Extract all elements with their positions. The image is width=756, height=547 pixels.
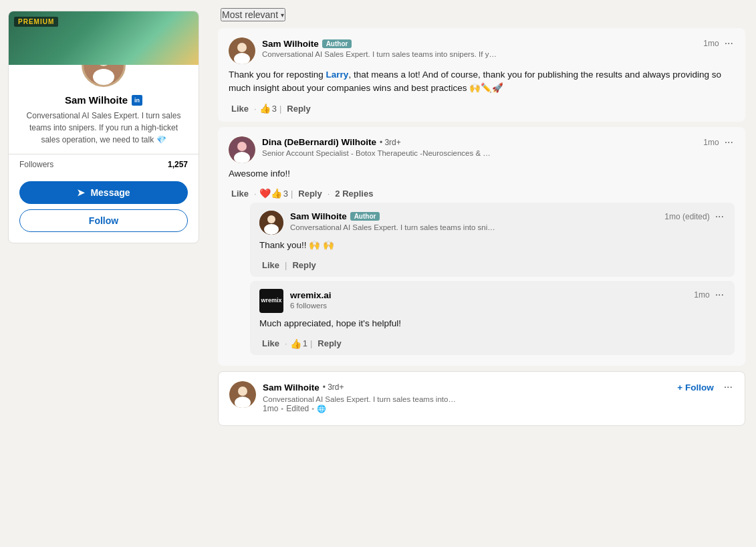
comment-time: 1mo ··· bbox=[694, 289, 725, 301]
separator: · bbox=[254, 189, 257, 199]
comment-actions: Like · 👍 1 | Reply bbox=[259, 337, 725, 350]
comment-subtitle: Conversational AI Sales Expert. I turn s… bbox=[263, 395, 456, 403]
reply-button[interactable]: Reply bbox=[295, 187, 324, 200]
comment-body: Thank you!! 🙌 🙌 bbox=[259, 239, 725, 252]
sort-label-text: Most relevant bbox=[222, 9, 278, 20]
reaction-count: 1 bbox=[303, 338, 307, 348]
profile-name-row: Sam Wilhoite in bbox=[9, 94, 199, 106]
svg-point-11 bbox=[264, 224, 279, 235]
bottom-comment-time-row: 1mo • Edited • 🌐 bbox=[263, 404, 734, 413]
time-text: 1mo (edited) bbox=[664, 212, 709, 221]
comment-header: Sam Wilhoite Author 1mo ··· Conversation… bbox=[229, 37, 735, 64]
comment-body: Thank you for reposting Larry, that mean… bbox=[229, 68, 735, 96]
author-badge: Author bbox=[322, 39, 352, 48]
like-button[interactable]: Like bbox=[259, 337, 282, 350]
sort-button[interactable]: Most relevant ▾ bbox=[221, 8, 285, 21]
separator: • bbox=[311, 405, 314, 413]
separator: | bbox=[279, 104, 281, 114]
commenter-name: Sam Wilhoite bbox=[262, 39, 319, 49]
comment-subtitle: 6 followers bbox=[290, 302, 725, 310]
avatar bbox=[229, 136, 255, 163]
separator: · bbox=[328, 189, 330, 199]
edited-label: Edited bbox=[286, 404, 309, 413]
message-button[interactable]: ➤ Message bbox=[19, 181, 188, 204]
follow-button[interactable]: Follow bbox=[19, 209, 188, 232]
more-options-button[interactable]: ··· bbox=[714, 289, 725, 301]
globe-icon: 🌐 bbox=[317, 405, 326, 413]
reaction-row: 👍 1 bbox=[290, 338, 307, 349]
comment-meta: Dina (DeBernardi) Wilhoite • 3rd+ 1mo ··… bbox=[262, 136, 735, 157]
more-options-button[interactable]: ··· bbox=[723, 136, 735, 148]
view-replies-button[interactable]: 2 Replies bbox=[332, 187, 376, 200]
avatar bbox=[229, 37, 255, 64]
comment-header: Sam Wilhoite Author 1mo (edited) ··· Con… bbox=[259, 211, 725, 235]
follow-label: Follow bbox=[89, 215, 118, 226]
more-options-button[interactable]: ··· bbox=[714, 211, 725, 223]
comment-meta: Sam Wilhoite • 3rd+ + Follow ··· Convers… bbox=[263, 381, 734, 413]
reply-button[interactable]: Reply bbox=[289, 259, 318, 271]
reaction-count: 3 bbox=[283, 189, 288, 199]
message-label: Message bbox=[90, 187, 130, 198]
comment-actions: Like · 👍 3 | Reply bbox=[229, 102, 735, 115]
reaction-row: 👍 3 bbox=[259, 103, 277, 114]
profile-bio: Conversational AI Sales Expert. I turn s… bbox=[9, 110, 199, 146]
larry-link[interactable]: Larry bbox=[326, 70, 349, 80]
followers-count: 1,257 bbox=[168, 160, 188, 169]
reaction-count: 3 bbox=[272, 104, 277, 114]
separator: | bbox=[310, 338, 312, 348]
like-button[interactable]: Like bbox=[229, 187, 251, 200]
comment-meta: wremix.ai 1mo ··· 6 followers bbox=[290, 289, 725, 310]
comment-header: Sam Wilhoite • 3rd+ + Follow ··· Convers… bbox=[229, 381, 734, 413]
more-options-button[interactable]: ··· bbox=[723, 37, 735, 49]
bottom-comment-meta-row: Conversational AI Sales Expert. I turn s… bbox=[263, 395, 734, 403]
comment-time: 1mo ··· bbox=[703, 136, 735, 148]
reply-button[interactable]: Reply bbox=[284, 102, 313, 115]
svg-point-10 bbox=[267, 215, 275, 223]
profile-followers: Followers 1,257 bbox=[9, 154, 199, 175]
main-content: Most relevant ▾ Sam Wilhoite Author 1mo bbox=[207, 0, 756, 547]
degree-badge: • 3rd+ bbox=[380, 138, 401, 147]
svg-point-4 bbox=[237, 43, 247, 52]
profile-name: Sam Wilhoite bbox=[65, 94, 128, 106]
commenter-name: Sam Wilhoite bbox=[263, 382, 320, 393]
reaction-emoji: ❤️👍 bbox=[259, 188, 282, 199]
follow-inline-label: + Follow bbox=[677, 382, 713, 393]
comment-body: Awesome info!! bbox=[229, 167, 735, 181]
comment-actions: Like · ❤️👍 3 | Reply · 2 Replies bbox=[229, 187, 735, 200]
comment-name-row: wremix.ai 1mo ··· bbox=[290, 289, 725, 301]
time-text: 1mo bbox=[703, 138, 719, 147]
separator: | bbox=[285, 260, 287, 270]
followers-label: Followers bbox=[19, 160, 53, 169]
commenter-name: Sam Wilhoite bbox=[290, 211, 347, 221]
reaction-emoji: 👍 bbox=[259, 103, 271, 114]
like-button[interactable]: Like bbox=[229, 102, 251, 115]
comment-card: Sam Wilhoite Author 1mo ··· Conversation… bbox=[218, 28, 745, 122]
time-text: 1mo bbox=[263, 404, 278, 413]
comment-meta: Sam Wilhoite Author 1mo (edited) ··· Con… bbox=[290, 211, 725, 231]
comment-name-row: Sam Wilhoite • 3rd+ + Follow ··· bbox=[263, 381, 734, 393]
author-badge: Author bbox=[350, 212, 380, 221]
separator: · bbox=[254, 104, 257, 114]
svg-point-13 bbox=[238, 387, 247, 396]
separator: · bbox=[285, 338, 287, 348]
comment-time: 1mo ··· bbox=[703, 37, 735, 49]
more-options-button[interactable]: ··· bbox=[723, 381, 734, 393]
replies-section: Sam Wilhoite Author 1mo (edited) ··· Con… bbox=[250, 203, 735, 356]
comment-body: Much appreciated, hope it's helpful! bbox=[259, 317, 725, 330]
reply-button[interactable]: Reply bbox=[315, 337, 344, 350]
time-text: 1mo bbox=[694, 290, 709, 300]
comment-subtitle: Conversational AI Sales Expert. I turn s… bbox=[290, 223, 725, 231]
reaction-row: ❤️👍 3 bbox=[259, 188, 288, 199]
comment-header: wremix wremix.ai 1mo ··· 6 followers bbox=[259, 289, 725, 313]
follow-inline-button[interactable]: + Follow bbox=[677, 382, 713, 393]
sort-row: Most relevant ▾ bbox=[218, 0, 745, 28]
comment-card: Dina (DeBernardi) Wilhoite • 3rd+ 1mo ··… bbox=[218, 127, 745, 366]
svg-point-7 bbox=[237, 142, 247, 151]
commenter-name: Dina (DeBernardi) Wilhoite bbox=[262, 137, 376, 147]
avatar bbox=[229, 381, 256, 408]
profile-card: PREMIUM Sam Wilhoite in Conversational A… bbox=[8, 11, 199, 243]
comment-meta: Sam Wilhoite Author 1mo ··· Conversation… bbox=[262, 37, 735, 58]
time-text: 1mo bbox=[703, 39, 719, 48]
like-button[interactable]: Like bbox=[259, 259, 282, 271]
reply-card: wremix wremix.ai 1mo ··· 6 followers bbox=[250, 281, 735, 355]
